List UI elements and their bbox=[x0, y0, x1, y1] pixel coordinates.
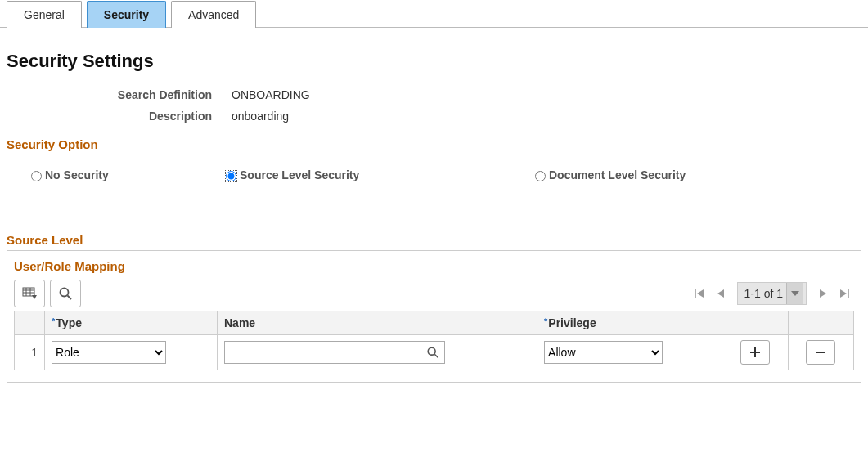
col-privilege-header[interactable]: *Privilege bbox=[537, 311, 722, 335]
pager-label: 1-1 of 1 bbox=[744, 287, 783, 300]
radio-no-security-label: No Security bbox=[45, 168, 109, 181]
col-del-header bbox=[788, 311, 853, 335]
col-rownum-header bbox=[15, 311, 45, 335]
table-row: 1 Role bbox=[15, 335, 854, 370]
first-page-button[interactable] bbox=[690, 284, 709, 303]
pager[interactable]: 1-1 of 1 bbox=[737, 282, 807, 305]
tab-security[interactable]: Security bbox=[87, 1, 166, 28]
prev-page-button[interactable] bbox=[711, 284, 731, 303]
page-title: Security Settings bbox=[7, 51, 861, 72]
radio-no-security[interactable]: No Security bbox=[27, 168, 215, 181]
plus-icon bbox=[749, 347, 761, 358]
privilege-select[interactable]: Allow bbox=[544, 341, 663, 364]
svg-point-6 bbox=[61, 289, 69, 297]
svg-line-16 bbox=[434, 354, 438, 357]
radio-no-security-input[interactable] bbox=[31, 171, 42, 181]
svg-rect-0 bbox=[23, 288, 34, 296]
add-row-button[interactable] bbox=[740, 340, 770, 365]
col-type-header[interactable]: *Type bbox=[45, 311, 218, 335]
value-search-definition: ONBOARDING bbox=[232, 88, 310, 101]
radio-document-level-security-label: Document Level Security bbox=[549, 168, 686, 181]
type-select[interactable]: Role bbox=[52, 341, 166, 364]
user-role-mapping-grid: *Type Name *Privilege 1 Role bbox=[14, 311, 854, 370]
value-description: onboarding bbox=[232, 110, 289, 123]
chevron-down-icon bbox=[791, 291, 799, 296]
col-name-header[interactable]: Name bbox=[218, 311, 537, 335]
label-description: Description bbox=[7, 110, 232, 123]
tab-general[interactable]: General bbox=[7, 1, 82, 28]
section-source-level: Source Level bbox=[7, 233, 861, 247]
col-add-header bbox=[722, 311, 788, 335]
name-input[interactable] bbox=[228, 343, 426, 362]
label-search-definition: Search Definition bbox=[7, 88, 232, 101]
find-button[interactable] bbox=[50, 280, 81, 307]
row-number: 1 bbox=[15, 335, 45, 370]
tab-advanced[interactable]: Advanced bbox=[171, 1, 256, 28]
svg-marker-11 bbox=[791, 291, 799, 296]
section-security-option: Security Option bbox=[7, 137, 861, 151]
grid-icon bbox=[22, 287, 37, 300]
section-user-role-mapping: User/Role Mapping bbox=[14, 259, 854, 273]
minus-icon bbox=[815, 347, 826, 358]
grid-action-button[interactable] bbox=[14, 280, 45, 307]
name-lookup-button[interactable] bbox=[426, 346, 439, 359]
svg-marker-10 bbox=[717, 289, 724, 298]
last-page-button[interactable] bbox=[834, 284, 854, 303]
svg-point-15 bbox=[428, 347, 435, 355]
radio-source-level-security-input[interactable] bbox=[226, 171, 236, 181]
search-icon bbox=[426, 346, 439, 359]
svg-marker-9 bbox=[697, 289, 704, 298]
radio-document-level-security[interactable]: Document Level Security bbox=[531, 168, 686, 181]
svg-marker-13 bbox=[840, 289, 847, 298]
delete-row-button[interactable] bbox=[806, 340, 835, 365]
svg-line-7 bbox=[68, 296, 72, 300]
radio-source-level-security-label: Source Level Security bbox=[240, 168, 359, 181]
radio-document-level-security-input[interactable] bbox=[535, 171, 546, 181]
svg-marker-5 bbox=[32, 295, 37, 299]
search-icon bbox=[58, 286, 73, 301]
svg-marker-12 bbox=[820, 289, 826, 298]
pager-dropdown[interactable] bbox=[786, 283, 803, 304]
radio-source-level-security[interactable]: Source Level Security bbox=[222, 168, 524, 181]
next-page-button[interactable] bbox=[813, 284, 833, 303]
